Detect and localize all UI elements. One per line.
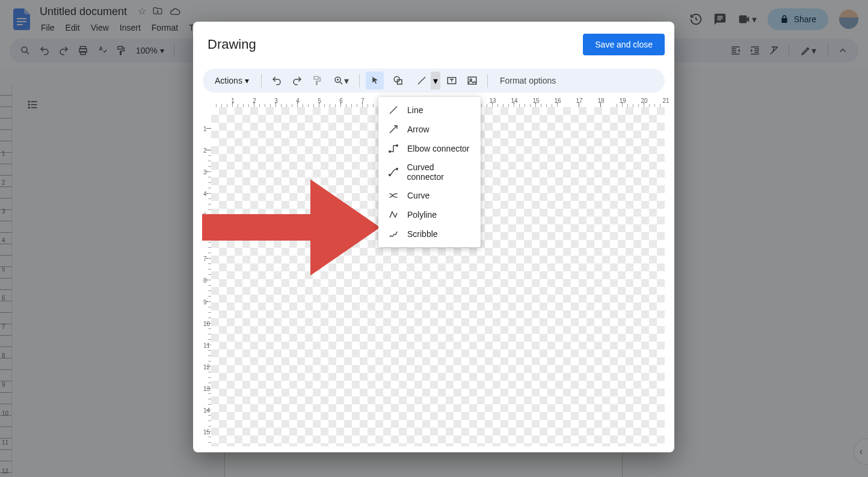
menu-item-line[interactable]: Line — [378, 100, 481, 120]
ruler-tick-label: 11 — [203, 342, 210, 349]
undo-icon[interactable] — [268, 72, 286, 90]
svg-point-23 — [389, 174, 390, 176]
ruler-tick-label: 4 — [296, 97, 300, 104]
svg-rect-14 — [314, 76, 319, 79]
dialog-title: Drawing — [208, 37, 256, 52]
shape-tool-icon[interactable] — [386, 72, 410, 90]
svg-point-24 — [396, 168, 398, 170]
menu-item-label: Curved connector — [407, 162, 471, 182]
menu-item-label: Elbow connector — [407, 144, 470, 153]
menu-item-label: Scribble — [407, 229, 438, 239]
ruler-tick-label: 15 — [203, 429, 210, 435]
menu-item-curve[interactable]: Curve — [378, 186, 481, 205]
zoom-icon[interactable]: ▾ — [329, 72, 353, 90]
ruler-tick-label: 12 — [203, 364, 210, 371]
annotation-arrow — [202, 173, 383, 282]
menu-item-polyline[interactable]: Polyline — [378, 205, 481, 224]
ruler-tick-label: 3 — [274, 97, 278, 104]
ruler-tick-label: 13 — [203, 386, 210, 392]
menu-item-label: Polyline — [407, 210, 437, 220]
ruler-tick-label: 13 — [489, 97, 496, 104]
save-and-close-button[interactable]: Save and close — [583, 34, 665, 55]
curved-connector-icon — [388, 167, 398, 177]
ruler-tick-label: 1 — [231, 97, 235, 104]
ruler-tick-label: 14 — [511, 97, 517, 104]
ruler-tick-label: 7 — [361, 97, 365, 104]
drawing-toolbar: Actions ▾ ▾ ▾ Format options — [203, 69, 665, 93]
line-tool-dropdown-icon[interactable]: ▾ — [431, 72, 440, 90]
menu-item-arrow[interactable]: Arrow — [378, 120, 481, 139]
ruler-tick-label: 2 — [203, 147, 207, 154]
ruler-tick-label: 1 — [203, 126, 207, 132]
svg-rect-19 — [468, 77, 476, 84]
elbow-connector-icon — [388, 143, 399, 154]
menu-item-label: Arrow — [407, 125, 429, 134]
menu-item-scribble[interactable]: Scribble — [378, 224, 481, 244]
ruler-tick-label: 10 — [203, 321, 210, 327]
select-tool-icon[interactable] — [366, 72, 384, 90]
ruler-tick-label: 6 — [339, 97, 343, 104]
scribble-icon — [388, 229, 399, 239]
menu-item-label: Line — [407, 105, 423, 115]
line-tool-icon[interactable] — [413, 72, 431, 90]
ruler-tick-label: 18 — [597, 97, 604, 104]
image-tool-icon[interactable] — [463, 72, 481, 90]
format-options-button[interactable]: Format options — [500, 76, 556, 85]
redo-icon[interactable] — [288, 72, 306, 90]
actions-menu-button[interactable]: Actions ▾ — [209, 72, 255, 89]
ruler-tick-label: 16 — [554, 97, 561, 104]
ruler-tick-label: 20 — [641, 97, 647, 104]
ruler-tick-label: 2 — [253, 97, 256, 104]
menu-item-elbow-connector[interactable]: Elbow connector — [378, 139, 481, 158]
polyline-icon — [388, 209, 399, 220]
line-icon — [388, 105, 399, 115]
ruler-tick-label: 9 — [203, 299, 207, 306]
arrow-icon — [388, 124, 399, 135]
ruler-tick-label: 14 — [203, 407, 210, 414]
ruler-tick-label: 15 — [532, 97, 539, 104]
menu-item-curved-connector[interactable]: Curved connector — [378, 158, 481, 186]
ruler-tick-label: 17 — [576, 97, 582, 104]
svg-point-21 — [389, 151, 391, 153]
line-tool-menu: Line Arrow Elbow connector Curved connec… — [378, 97, 481, 247]
ruler-tick-label: 19 — [619, 97, 626, 104]
ruler-tick-label: 5 — [318, 97, 321, 104]
menu-item-label: Curve — [407, 191, 429, 200]
svg-point-22 — [396, 145, 398, 147]
ruler-tick-label: 21 — [662, 97, 669, 104]
paint-format-icon[interactable] — [309, 72, 327, 90]
curve-icon — [388, 190, 399, 201]
textbox-tool-icon[interactable] — [443, 72, 461, 90]
